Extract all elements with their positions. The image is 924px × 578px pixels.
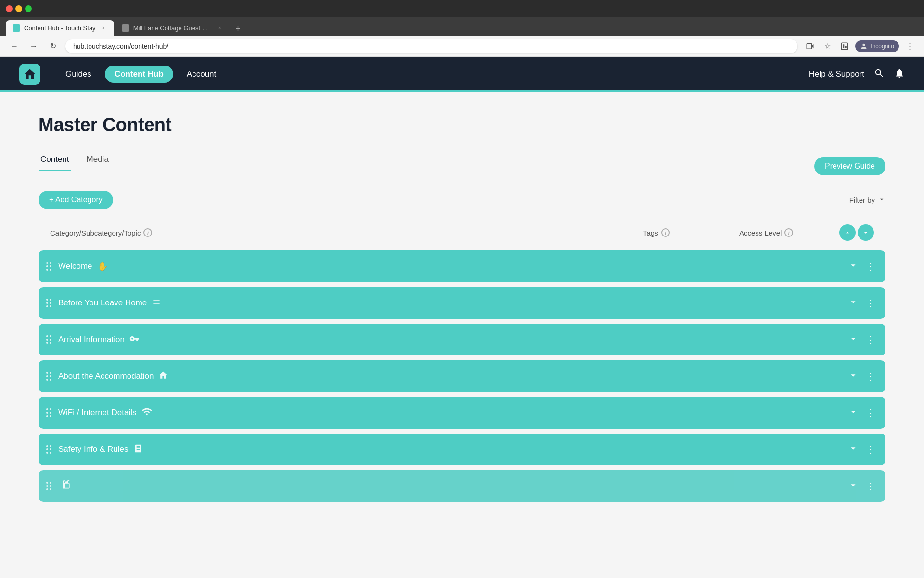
more-icon-accommodation[interactable]: ⋮: [863, 370, 878, 382]
th-category: Category/Subcategory/Topic i: [50, 228, 643, 237]
tab-content-hub[interactable]: Content Hub - Touch Stay ×: [6, 20, 114, 36]
row-actions-partial: ⋮: [846, 480, 878, 493]
app-logo[interactable]: [19, 64, 40, 85]
sort-up-button[interactable]: [839, 224, 856, 241]
tab-media[interactable]: Media: [85, 149, 111, 171]
drag-handle-safety[interactable]: [46, 445, 51, 454]
help-support-link[interactable]: Help & Support: [809, 69, 864, 79]
th-access-label: Access Level: [739, 229, 782, 237]
traffic-lights: [6, 5, 32, 12]
bell-icon[interactable]: [894, 68, 905, 81]
category-info-icon[interactable]: i: [143, 228, 152, 237]
address-input[interactable]: [65, 39, 797, 53]
forward-button[interactable]: →: [27, 39, 40, 53]
drag-handle-wifi[interactable]: [46, 408, 51, 417]
category-label-welcome: Welcome: [58, 262, 92, 271]
table-header: Category/Subcategory/Topic i Tags i Acce…: [38, 219, 886, 247]
row-actions-wifi: ⋮: [846, 407, 878, 420]
back-button[interactable]: ←: [8, 39, 21, 53]
more-icon-arrival[interactable]: ⋮: [863, 334, 878, 345]
tab-content[interactable]: Content: [38, 149, 71, 171]
tags-info-icon[interactable]: i: [661, 228, 670, 237]
more-icon-welcome[interactable]: ⋮: [863, 261, 878, 272]
category-name-partial: [58, 480, 846, 492]
category-name-welcome: Welcome ✋: [58, 261, 846, 272]
more-icon-wifi[interactable]: ⋮: [863, 407, 878, 419]
more-icon-safety[interactable]: ⋮: [863, 444, 878, 455]
profile-extensions-icon[interactable]: [838, 39, 851, 53]
drag-handle-accommodation[interactable]: [46, 372, 51, 381]
maximize-window-button[interactable]: [25, 5, 32, 12]
filter-chevron-icon: [878, 196, 886, 205]
minimize-window-button[interactable]: [15, 5, 22, 12]
camera-off-icon[interactable]: [803, 39, 817, 53]
preview-guide-button[interactable]: Preview Guide: [814, 157, 886, 175]
category-name-before: Before You Leave Home: [58, 297, 846, 309]
nav-link-account[interactable]: Account: [177, 66, 226, 83]
expand-icon-welcome[interactable]: [846, 260, 860, 273]
search-icon[interactable]: [874, 68, 885, 81]
expand-icon-safety[interactable]: [846, 443, 860, 456]
expand-icon-arrival[interactable]: [846, 333, 860, 346]
category-row-welcome[interactable]: Welcome ✋ ⋮: [38, 250, 886, 282]
tab-close-mill[interactable]: ×: [216, 24, 224, 32]
category-name-arrival: Arrival Information: [58, 334, 846, 346]
address-bar: ← → ↻ ☆ Incognito ⋮: [0, 36, 924, 57]
nav-link-content-hub[interactable]: Content Hub: [105, 66, 173, 83]
refresh-button[interactable]: ↻: [46, 39, 60, 53]
filter-by-label: Filter by: [849, 196, 875, 204]
browser-menu-icon[interactable]: ⋮: [903, 39, 916, 53]
nav-link-guides[interactable]: Guides: [56, 66, 101, 83]
tab-close-content-hub[interactable]: ×: [100, 24, 107, 32]
category-row-arrival[interactable]: Arrival Information ⋮: [38, 324, 886, 355]
filter-by-dropdown[interactable]: Filter by: [849, 196, 886, 205]
category-icon-partial: [63, 480, 73, 492]
th-access: Access Level i: [739, 228, 835, 237]
tab-mill-lane[interactable]: Mill Lane Cottage Guest Welco... ×: [115, 20, 231, 36]
category-row-safety[interactable]: Safety Info & Rules ⋮: [38, 434, 886, 465]
category-icon-before: [152, 297, 161, 309]
expand-icon-wifi[interactable]: [846, 407, 860, 420]
svg-rect-0: [842, 43, 848, 50]
category-label-accommodation: About the Accommodation: [58, 371, 154, 381]
tab-title-mill: Mill Lane Cottage Guest Welco...: [133, 25, 212, 32]
drag-handle-arrival[interactable]: [46, 335, 51, 344]
add-category-button[interactable]: + Add Category: [38, 191, 113, 209]
app-nav: Guides Content Hub Account Help & Suppor…: [0, 57, 924, 92]
expand-icon-before[interactable]: [846, 297, 860, 310]
category-row-partial[interactable]: ⋮: [38, 470, 886, 502]
new-tab-button[interactable]: +: [231, 22, 245, 36]
category-row-accommodation[interactable]: About the Accommodation ⋮: [38, 360, 886, 392]
tab-bar: Content Hub - Touch Stay × Mill Lane Cot…: [0, 17, 924, 36]
category-label-safety: Safety Info & Rules: [58, 445, 128, 454]
incognito-button[interactable]: Incognito: [855, 40, 899, 52]
category-icon-arrival: [129, 334, 139, 346]
expand-icon-accommodation[interactable]: [846, 370, 860, 383]
category-name-safety: Safety Info & Rules: [58, 444, 846, 456]
category-label-before: Before You Leave Home: [58, 298, 147, 308]
category-icon-safety: [133, 444, 143, 456]
tab-title-content-hub: Content Hub - Touch Stay: [24, 25, 96, 32]
th-tags: Tags i: [643, 228, 739, 237]
drag-handle-welcome[interactable]: [46, 262, 51, 271]
category-row-before-you-leave[interactable]: Before You Leave Home ⋮: [38, 287, 886, 319]
more-icon-partial[interactable]: ⋮: [863, 480, 878, 492]
more-icon-before[interactable]: ⋮: [863, 297, 878, 309]
access-info-icon[interactable]: i: [784, 228, 793, 237]
incognito-label: Incognito: [871, 43, 894, 50]
tab-favicon-content-hub: [13, 24, 20, 32]
row-actions-safety: ⋮: [846, 443, 878, 456]
top-toolbar: Content Media Preview Guide: [38, 149, 886, 183]
svg-rect-2: [845, 46, 847, 48]
browser-titlebar: [0, 0, 924, 17]
close-window-button[interactable]: [6, 5, 13, 12]
th-tags-label: Tags: [643, 229, 658, 237]
drag-handle-before[interactable]: [46, 299, 51, 307]
expand-icon-partial[interactable]: [846, 480, 860, 493]
drag-handle-partial[interactable]: [46, 482, 51, 490]
nav-links: Guides Content Hub Account: [56, 66, 809, 83]
category-row-wifi[interactable]: WiFi / Internet Details ⋮: [38, 397, 886, 429]
star-icon[interactable]: ☆: [821, 39, 834, 53]
sort-down-button[interactable]: [858, 224, 874, 241]
address-bar-right: ☆ Incognito ⋮: [803, 39, 916, 53]
